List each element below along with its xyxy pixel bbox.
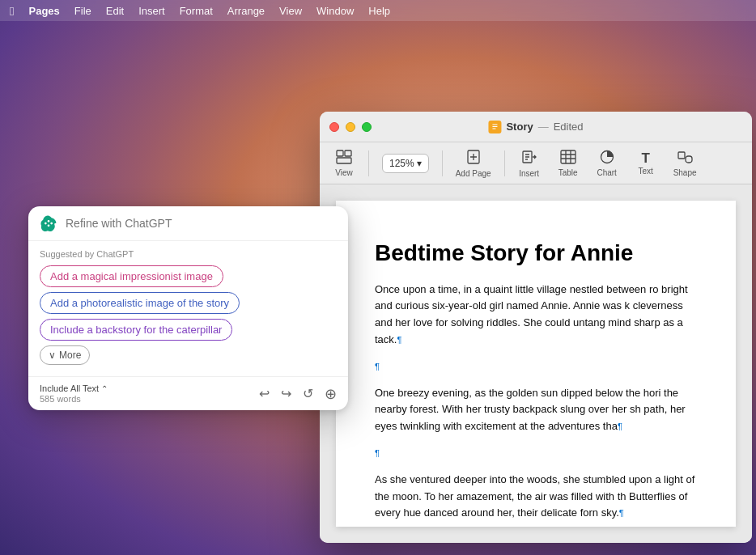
- toolbar-divider-3: [504, 150, 505, 176]
- traffic-lights: [329, 122, 372, 132]
- toolbar-divider-1: [368, 150, 369, 176]
- document-content-area: Bedtime Story for Annie Once upon a time…: [320, 184, 752, 543]
- undo-icon[interactable]: ↩: [259, 386, 270, 401]
- svg-rect-20: [678, 152, 685, 159]
- menubar-pages[interactable]: Pages: [28, 5, 59, 17]
- paragraph-mark-2: ¶: [375, 362, 380, 371]
- footer-actions: ↩ ↪ ↺ ⊕: [259, 385, 337, 403]
- suggestions-area: Suggested by ChatGPT Add a magical impre…: [28, 241, 348, 376]
- document-heading: Bedtime Story for Annie: [375, 239, 697, 267]
- menubar:  Pages File Edit Insert Format Arrange …: [0, 0, 756, 21]
- svg-rect-4: [337, 150, 343, 156]
- more-button[interactable]: ∨ More: [40, 345, 90, 365]
- chart-icon: [599, 150, 615, 167]
- chatgpt-refine-input[interactable]: [66, 217, 337, 230]
- chatgpt-footer: Include All Text ⌃ 585 words ↩ ↪ ↺ ⊕: [28, 376, 348, 410]
- toolbar-insert[interactable]: Insert: [512, 146, 547, 181]
- svg-rect-14: [561, 150, 575, 163]
- suggested-by-label: Suggested by ChatGPT: [40, 249, 337, 259]
- svg-rect-6: [337, 158, 351, 163]
- chatgpt-logo-icon: [40, 214, 57, 232]
- menubar-arrange[interactable]: Arrange: [227, 5, 265, 17]
- window-title-area: Story — Edited: [488, 121, 583, 133]
- add-icon[interactable]: ⊕: [325, 385, 337, 403]
- include-all-text: Include All Text ⌃: [40, 383, 108, 393]
- toolbar-shape[interactable]: Shape: [667, 146, 703, 180]
- paragraph-3: One breezy evening, as the golden sun di…: [375, 385, 697, 435]
- redo-icon[interactable]: ↪: [281, 386, 291, 401]
- toolbar: View 125% ▾ Add Page: [320, 142, 752, 184]
- word-count: 585 words: [40, 394, 108, 404]
- apple-menu[interactable]: : [10, 4, 14, 18]
- chatgpt-panel: Suggested by ChatGPT Add a magical impre…: [28, 206, 348, 410]
- minimize-button[interactable]: [346, 122, 355, 132]
- pages-window: Story — Edited View 125% ▾: [320, 112, 752, 543]
- paragraph-mark-4: ¶: [375, 448, 380, 458]
- toolbar-zoom[interactable]: 125% ▾: [376, 150, 435, 176]
- window-titlebar: Story — Edited: [320, 112, 752, 142]
- document-icon: [488, 121, 501, 133]
- table-icon: [560, 150, 576, 167]
- menubar-format[interactable]: Format: [180, 5, 213, 17]
- paragraph-3-text: One breezy evening, as the golden sun di…: [375, 387, 686, 433]
- document-page: Bedtime Story for Annie Once upon a time…: [336, 201, 736, 527]
- zoom-value: 125%: [389, 158, 414, 169]
- include-icon: ⌃: [101, 384, 108, 393]
- chatgpt-input-area[interactable]: [28, 206, 348, 241]
- toolbar-divider-2: [442, 150, 443, 176]
- paragraph-mark-1: ¶: [397, 335, 401, 345]
- chart-label: Chart: [597, 168, 616, 177]
- footer-info: Include All Text ⌃ 585 words: [40, 383, 108, 404]
- svg-rect-5: [345, 150, 351, 156]
- refresh-icon[interactable]: ↺: [303, 386, 313, 401]
- toolbar-text[interactable]: T Text: [628, 148, 664, 179]
- include-text-label: Include All Text: [40, 383, 99, 393]
- menubar-insert[interactable]: Insert: [138, 5, 165, 17]
- paragraph-4-empty: ¶: [375, 445, 697, 462]
- fullscreen-button[interactable]: [362, 122, 372, 132]
- text-icon: T: [641, 151, 649, 165]
- suggestion-3[interactable]: Include a backstory for the caterpillar: [40, 319, 232, 341]
- paragraph-1: Once upon a time, in a quaint little vil…: [375, 282, 697, 349]
- paragraph-2-empty: ¶: [375, 358, 697, 375]
- menubar-file[interactable]: File: [74, 5, 91, 17]
- paragraph-mark-3: ¶: [618, 422, 622, 431]
- menubar-edit[interactable]: Edit: [106, 5, 124, 17]
- view-icon: [336, 150, 352, 167]
- menubar-window[interactable]: Window: [316, 5, 354, 17]
- paragraph-5: As she ventured deeper into the woods, s…: [375, 472, 697, 522]
- zoom-chevron: ▾: [417, 158, 422, 169]
- shape-icon: [677, 150, 693, 167]
- view-label: View: [335, 168, 353, 177]
- add-page-label: Add Page: [456, 169, 491, 178]
- add-page-icon: [465, 149, 482, 167]
- toolbar-view[interactable]: View: [326, 146, 362, 180]
- insert-icon: [521, 149, 537, 167]
- menubar-view[interactable]: View: [279, 5, 302, 17]
- toolbar-chart[interactable]: Chart: [589, 146, 625, 180]
- more-label: More: [59, 350, 81, 361]
- close-button[interactable]: [329, 122, 339, 132]
- svg-rect-21: [686, 156, 692, 163]
- toolbar-add-page[interactable]: Add Page: [449, 146, 498, 181]
- insert-label: Insert: [519, 169, 539, 178]
- paragraph-1-text: Once upon a time, in a quaint little vil…: [375, 283, 688, 345]
- toolbar-table[interactable]: Table: [550, 146, 586, 180]
- paragraph-mark-5: ¶: [619, 508, 624, 518]
- suggestion-1[interactable]: Add a magical impressionist image: [40, 265, 223, 287]
- table-label: Table: [559, 168, 578, 177]
- zoom-control[interactable]: 125% ▾: [382, 154, 429, 173]
- title-separator: —: [538, 121, 549, 133]
- edited-status: Edited: [554, 121, 584, 133]
- document-title: Story: [506, 121, 533, 133]
- text-label: Text: [638, 167, 652, 176]
- shape-label: Shape: [673, 168, 697, 177]
- chevron-down-icon: ∨: [49, 350, 56, 361]
- suggestion-2[interactable]: Add a photorealistic image of the story: [40, 292, 240, 314]
- menubar-help[interactable]: Help: [368, 5, 390, 17]
- paragraph-5-text: As she ventured deeper into the woods, s…: [375, 473, 694, 519]
